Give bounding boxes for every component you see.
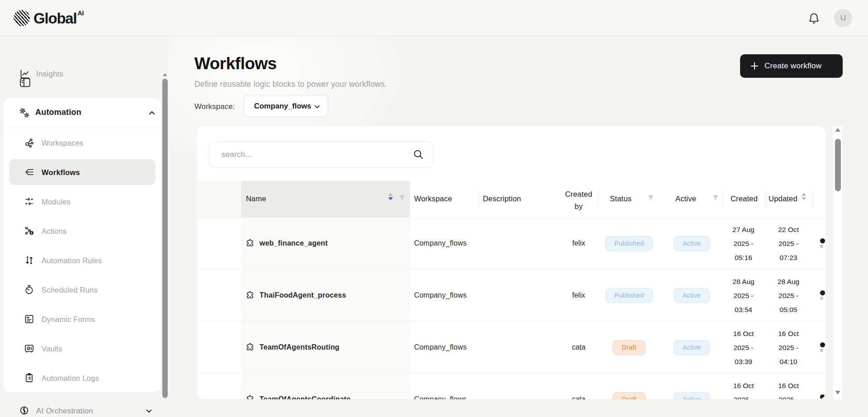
clipped-actions-icon[interactable] — [820, 290, 826, 301]
active-badge-wrap: Active — [660, 288, 723, 303]
bell-icon[interactable] — [807, 12, 820, 25]
column-separator — [478, 190, 479, 208]
header-spacer-cell — [197, 181, 241, 218]
sidebar-item-scheduled-runs[interactable]: Scheduled Runs — [4, 275, 161, 304]
sidebar-item-label: Scheduled Runs — [42, 286, 98, 294]
sidebar-item-label: AI Orchestration — [36, 407, 93, 416]
workflow-created-by: cata — [560, 343, 598, 351]
sidebar-item-label: Actions — [42, 227, 67, 236]
status-badge: Draft — [613, 340, 645, 355]
column-header-created[interactable]: Created — [724, 194, 764, 203]
sidebar-item-dynamic-forms[interactable]: Dynamic Forms — [4, 304, 161, 334]
status-badge: Published — [605, 288, 653, 303]
network-bolt-icon — [24, 226, 34, 236]
puzzle-piece-icon — [245, 291, 255, 300]
column-header-updated[interactable]: Updated — [766, 194, 800, 203]
column-header-active[interactable]: Active — [660, 194, 711, 203]
column-separator — [813, 190, 813, 208]
created-date: 16 Oct2025 -03:39 — [723, 327, 764, 369]
sidebar-item-automation-logs[interactable]: Automation Logs — [4, 363, 161, 393]
sidebar-scrollbar-up-arrow[interactable] — [162, 72, 168, 77]
table-row[interactable]: web_finance_agent Company_flows felix Pu… — [197, 218, 826, 269]
status-badge-wrap: Published — [598, 236, 660, 251]
active-badge: Active — [674, 340, 710, 355]
routes-icon — [24, 196, 34, 207]
table-row[interactable]: TeamOfAgentsRouting Company_flows cata D… — [197, 322, 826, 373]
network-icon — [24, 137, 34, 148]
workflow-name[interactable]: TeamOfAgentsCoordinate — [259, 395, 350, 399]
chevron-down-icon — [146, 408, 152, 414]
status-badge: Draft — [613, 392, 645, 399]
plus-icon — [750, 62, 759, 71]
workflow-created-by: felix — [560, 291, 598, 299]
stopwatch-icon — [24, 284, 34, 295]
sidebar-item-label: Insights — [36, 70, 63, 79]
column-header-workspace[interactable]: Workspace — [414, 194, 452, 203]
filter-funnel-icon[interactable] — [712, 195, 719, 201]
active-badge-wrap: Active — [660, 236, 723, 251]
search-input[interactable] — [209, 142, 433, 167]
avatar-initial: U — [840, 14, 846, 23]
search-box — [209, 141, 434, 168]
main-scrollbar-down-arrow[interactable] — [835, 391, 840, 394]
workflow-workspace: Company_flows — [414, 343, 467, 351]
created-date: 27 Aug2025 -05:16 — [723, 223, 764, 265]
sidebar-item-automation-rules[interactable]: Automation Rules — [4, 246, 161, 275]
gears-icon — [18, 107, 31, 119]
active-badge-wrap: Active — [660, 392, 723, 399]
sidebar-item-workflows[interactable]: Workflows — [4, 157, 161, 187]
workflow-created-by: felix — [560, 239, 598, 247]
column-header-description[interactable]: Description — [483, 194, 521, 203]
clipped-actions-icon[interactable] — [820, 342, 826, 353]
brand-superscript: AI — [77, 9, 84, 17]
sidebar-item-label: Automation — [35, 108, 81, 117]
sidebar-item-workspaces[interactable]: Workspaces — [4, 128, 161, 157]
updated-date: 28 Aug2025 -05:05 — [764, 275, 813, 317]
workflow-created-by: cata — [560, 395, 598, 399]
sidebar-item-automation[interactable]: Automation — [4, 98, 161, 128]
column-separator — [723, 190, 723, 208]
column-header-created-by[interactable]: Created by — [563, 188, 594, 213]
chevron-up-icon — [148, 109, 156, 117]
filter-funnel-icon[interactable] — [399, 195, 406, 201]
sidebar-item-label: Vaults — [42, 345, 62, 353]
updated-date: 16 Oct2025 - — [764, 379, 813, 399]
table-header: Name Workspace Description Created by St… — [197, 181, 826, 218]
status-badge-wrap: Published — [598, 288, 660, 303]
create-workflow-button[interactable]: Create workflow — [740, 54, 843, 78]
created-date: 28 Aug2025 -03:54 — [723, 275, 764, 317]
workspace-label: Workspace: — [194, 102, 235, 111]
sidebar-item-modules[interactable]: Modules — [4, 187, 161, 216]
column-header-name[interactable]: Name — [246, 194, 266, 203]
create-workflow-label: Create workflow — [764, 62, 821, 71]
automation-section-card: Automation Workspaces — [4, 98, 161, 392]
sidebar-item-vaults[interactable]: Vaults — [4, 334, 161, 363]
clipped-actions-icon[interactable] — [820, 394, 826, 399]
workflow-name[interactable]: web_finance_agent — [259, 239, 328, 247]
avatar[interactable]: U — [834, 9, 852, 27]
brand-name: GlobalAI — [33, 9, 84, 27]
sidebar-item-actions[interactable]: Actions — [4, 216, 161, 246]
clipboard-icon — [24, 373, 34, 383]
workflow-name[interactable]: TeamOfAgentsRouting — [259, 343, 340, 351]
workflow-name[interactable]: ThaiFoodAgent_process — [259, 291, 346, 299]
updated-date: 22 Oct2025 -07:23 — [764, 223, 813, 265]
workflow-workspace: Company_flows — [414, 291, 467, 299]
main-scrollbar-thumb[interactable] — [835, 139, 841, 191]
sidebar-scrollbar-thumb[interactable] — [162, 79, 168, 398]
status-badge-wrap: Draft — [598, 392, 660, 399]
sidebar-item-ai-orchestration[interactable]: AI Orchestration — [0, 399, 161, 417]
table-row[interactable]: TeamOfAgentsCoordinate Company_flows cat… — [197, 374, 826, 399]
column-header-status[interactable]: Status — [598, 194, 644, 203]
sort-arrows-icon[interactable] — [388, 193, 393, 200]
insights-chart-icon — [19, 69, 30, 80]
main-scrollbar-up-arrow[interactable] — [835, 128, 840, 132]
filter-funnel-icon[interactable] — [647, 195, 654, 201]
puzzle-piece-icon — [245, 395, 255, 399]
sort-arrows-icon[interactable] — [802, 193, 806, 200]
search-icon[interactable] — [413, 149, 424, 160]
table-row[interactable]: ThaiFoodAgent_process Company_flows feli… — [197, 270, 826, 321]
sidebar-item-insights[interactable]: Insights — [0, 63, 161, 85]
workspace-dropdown[interactable]: Company_flows — [244, 95, 328, 117]
clipped-actions-icon[interactable] — [820, 238, 826, 249]
